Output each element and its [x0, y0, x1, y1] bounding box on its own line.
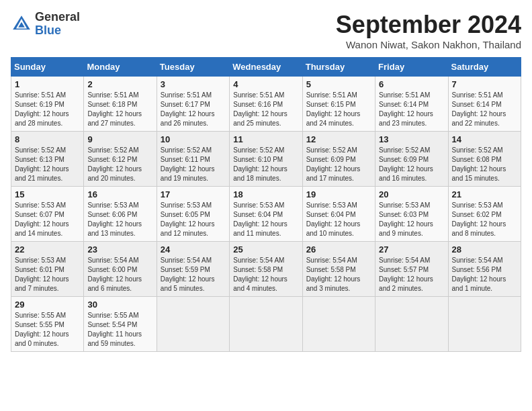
day-content: Sunrise: 5:51 AMSunset: 6:15 PMDaylight:… — [306, 91, 371, 128]
day-content: Sunrise: 5:54 AMSunset: 6:00 PMDaylight:… — [87, 256, 152, 293]
day-content: Sunrise: 5:51 AMSunset: 6:18 PMDaylight:… — [87, 91, 152, 128]
day-content: Sunrise: 5:54 AMSunset: 5:57 PMDaylight:… — [379, 256, 444, 293]
day-number: 3 — [161, 79, 226, 89]
calendar-cell: 13Sunrise: 5:52 AMSunset: 6:09 PMDayligh… — [375, 132, 448, 187]
calendar-cell — [302, 297, 375, 352]
day-number: 23 — [87, 244, 152, 255]
day-content: Sunrise: 5:54 AMSunset: 5:59 PMDaylight:… — [161, 256, 226, 293]
day-number: 15 — [15, 189, 80, 199]
day-number: 9 — [87, 134, 152, 144]
calendar-cell: 25Sunrise: 5:54 AMSunset: 5:58 PMDayligh… — [230, 242, 302, 297]
day-content: Sunrise: 5:51 AMSunset: 6:19 PMDaylight:… — [15, 91, 80, 128]
calendar-cell: 6Sunrise: 5:51 AMSunset: 6:14 PMDaylight… — [375, 77, 448, 132]
day-number: 4 — [233, 79, 298, 89]
calendar-cell: 26Sunrise: 5:54 AMSunset: 5:58 PMDayligh… — [302, 242, 375, 297]
calendar-cell: 18Sunrise: 5:53 AMSunset: 6:04 PMDayligh… — [230, 187, 302, 242]
calendar-cell: 21Sunrise: 5:53 AMSunset: 6:02 PMDayligh… — [448, 187, 521, 242]
title-block: September 2024 Wanon Niwat, Sakon Nakhon… — [336, 11, 521, 50]
calendar-cell: 24Sunrise: 5:54 AMSunset: 5:59 PMDayligh… — [157, 242, 229, 297]
day-number: 14 — [452, 134, 517, 144]
day-number: 20 — [379, 189, 444, 199]
calendar-cell: 23Sunrise: 5:54 AMSunset: 6:00 PMDayligh… — [84, 242, 157, 297]
day-number: 11 — [233, 134, 298, 144]
calendar-cell: 7Sunrise: 5:51 AMSunset: 6:14 PMDaylight… — [448, 77, 521, 132]
calendar-cell: 1Sunrise: 5:51 AMSunset: 6:19 PMDaylight… — [11, 77, 84, 132]
day-number: 16 — [87, 189, 152, 199]
calendar-cell: 5Sunrise: 5:51 AMSunset: 6:15 PMDaylight… — [302, 77, 375, 132]
calendar-cell: 8Sunrise: 5:52 AMSunset: 6:13 PMDaylight… — [11, 132, 84, 187]
calendar-week-5: 29Sunrise: 5:55 AMSunset: 5:55 PMDayligh… — [11, 297, 521, 352]
column-header-monday: Monday — [84, 58, 157, 77]
day-content: Sunrise: 5:53 AMSunset: 6:03 PMDaylight:… — [379, 201, 444, 238]
day-number: 6 — [379, 79, 444, 89]
calendar-cell: 20Sunrise: 5:53 AMSunset: 6:03 PMDayligh… — [375, 187, 448, 242]
calendar-week-4: 22Sunrise: 5:53 AMSunset: 6:01 PMDayligh… — [11, 242, 521, 297]
calendar-week-2: 8Sunrise: 5:52 AMSunset: 6:13 PMDaylight… — [11, 132, 521, 187]
day-content: Sunrise: 5:52 AMSunset: 6:13 PMDaylight:… — [15, 146, 80, 183]
calendar-cell — [157, 297, 229, 352]
logo-blue: Blue — [35, 24, 61, 37]
calendar-cell: 11Sunrise: 5:52 AMSunset: 6:10 PMDayligh… — [230, 132, 302, 187]
calendar-table: SundayMondayTuesdayWednesdayThursdayFrid… — [11, 57, 521, 352]
location-title: Wanon Niwat, Sakon Nakhon, Thailand — [336, 39, 521, 50]
calendar-cell — [375, 297, 448, 352]
day-content: Sunrise: 5:51 AMSunset: 6:14 PMDaylight:… — [452, 91, 517, 128]
day-content: Sunrise: 5:51 AMSunset: 6:17 PMDaylight:… — [161, 91, 226, 128]
calendar-cell: 15Sunrise: 5:53 AMSunset: 6:07 PMDayligh… — [11, 187, 84, 242]
day-content: Sunrise: 5:55 AMSunset: 5:55 PMDaylight:… — [15, 311, 80, 349]
day-content: Sunrise: 5:51 AMSunset: 6:16 PMDaylight:… — [233, 91, 298, 128]
calendar-cell: 10Sunrise: 5:52 AMSunset: 6:11 PMDayligh… — [157, 132, 229, 187]
day-number: 7 — [452, 79, 517, 89]
day-number: 26 — [306, 244, 371, 255]
day-number: 22 — [15, 244, 80, 255]
logo: General Blue — [11, 11, 80, 38]
column-header-thursday: Thursday — [302, 58, 375, 77]
logo-icon — [11, 13, 32, 35]
calendar-cell: 29Sunrise: 5:55 AMSunset: 5:55 PMDayligh… — [11, 297, 84, 352]
day-content: Sunrise: 5:53 AMSunset: 6:06 PMDaylight:… — [87, 201, 152, 238]
day-content: Sunrise: 5:52 AMSunset: 6:12 PMDaylight:… — [87, 146, 152, 183]
page-header: General Blue September 2024 Wanon Niwat,… — [11, 11, 521, 50]
day-number: 17 — [161, 189, 226, 199]
day-content: Sunrise: 5:53 AMSunset: 6:04 PMDaylight:… — [233, 201, 298, 238]
month-title: September 2024 — [336, 11, 521, 39]
header-row: SundayMondayTuesdayWednesdayThursdayFrid… — [11, 58, 521, 77]
calendar-cell: 2Sunrise: 5:51 AMSunset: 6:18 PMDaylight… — [84, 77, 157, 132]
day-content: Sunrise: 5:53 AMSunset: 6:07 PMDaylight:… — [15, 201, 80, 238]
day-number: 1 — [15, 79, 80, 89]
day-number: 2 — [87, 79, 152, 89]
day-number: 10 — [161, 134, 226, 144]
calendar-cell: 16Sunrise: 5:53 AMSunset: 6:06 PMDayligh… — [84, 187, 157, 242]
day-content: Sunrise: 5:51 AMSunset: 6:14 PMDaylight:… — [379, 91, 444, 128]
calendar-cell: 19Sunrise: 5:53 AMSunset: 6:04 PMDayligh… — [302, 187, 375, 242]
day-content: Sunrise: 5:54 AMSunset: 5:58 PMDaylight:… — [306, 256, 371, 293]
day-number: 25 — [233, 244, 298, 255]
calendar-cell: 4Sunrise: 5:51 AMSunset: 6:16 PMDaylight… — [230, 77, 302, 132]
day-number: 19 — [306, 189, 371, 199]
day-number: 24 — [161, 244, 226, 255]
calendar-cell: 17Sunrise: 5:53 AMSunset: 6:05 PMDayligh… — [157, 187, 229, 242]
day-number: 18 — [233, 189, 298, 199]
calendar-cell: 9Sunrise: 5:52 AMSunset: 6:12 PMDaylight… — [84, 132, 157, 187]
calendar-cell: 30Sunrise: 5:55 AMSunset: 5:54 PMDayligh… — [84, 297, 157, 352]
calendar-cell: 22Sunrise: 5:53 AMSunset: 6:01 PMDayligh… — [11, 242, 84, 297]
day-number: 21 — [452, 189, 517, 199]
day-content: Sunrise: 5:53 AMSunset: 6:02 PMDaylight:… — [452, 201, 517, 238]
calendar-week-1: 1Sunrise: 5:51 AMSunset: 6:19 PMDaylight… — [11, 77, 521, 132]
day-content: Sunrise: 5:52 AMSunset: 6:11 PMDaylight:… — [161, 146, 226, 183]
day-number: 29 — [15, 300, 80, 310]
column-header-tuesday: Tuesday — [157, 58, 229, 77]
day-content: Sunrise: 5:54 AMSunset: 5:58 PMDaylight:… — [233, 256, 298, 293]
calendar-week-3: 15Sunrise: 5:53 AMSunset: 6:07 PMDayligh… — [11, 187, 521, 242]
calendar-cell: 3Sunrise: 5:51 AMSunset: 6:17 PMDaylight… — [157, 77, 229, 132]
column-header-friday: Friday — [375, 58, 448, 77]
day-content: Sunrise: 5:52 AMSunset: 6:08 PMDaylight:… — [452, 146, 517, 183]
day-number: 27 — [379, 244, 444, 255]
calendar-header: SundayMondayTuesdayWednesdayThursdayFrid… — [11, 58, 521, 77]
calendar-cell: 27Sunrise: 5:54 AMSunset: 5:57 PMDayligh… — [375, 242, 448, 297]
day-content: Sunrise: 5:53 AMSunset: 6:01 PMDaylight:… — [15, 256, 80, 293]
calendar-cell — [230, 297, 302, 352]
logo-text: General Blue — [35, 11, 80, 38]
column-header-saturday: Saturday — [448, 58, 521, 77]
day-content: Sunrise: 5:52 AMSunset: 6:10 PMDaylight:… — [233, 146, 298, 183]
